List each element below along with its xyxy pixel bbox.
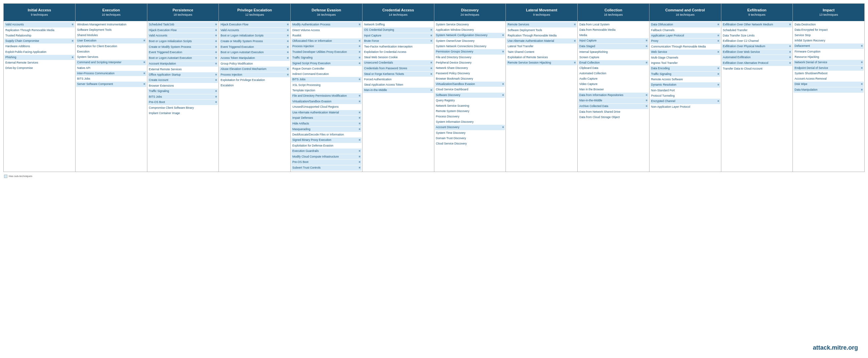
technique-item[interactable]: Implant Container Image <box>148 111 218 116</box>
technique-item[interactable]: Rogue Domain Controller <box>291 66 362 71</box>
technique-item[interactable]: Account Access Removal <box>794 76 864 81</box>
technique-item[interactable]: Boot or Logon Initialization Scripts≡ <box>148 39 218 44</box>
technique-item[interactable]: Windows Management Instrumentation <box>76 22 146 27</box>
technique-item[interactable]: Event Triggered Execution≡ <box>148 50 218 55</box>
technique-item[interactable]: User Execution≡ <box>76 38 146 44</box>
technique-item[interactable]: Pre-OS Boot≡ <box>148 100 218 105</box>
technique-item[interactable]: Protocol Tunneling <box>650 93 720 99</box>
technique-item[interactable]: Account Discovery≡ <box>435 125 505 130</box>
technique-item[interactable]: Peripheral Device Discovery <box>435 60 505 65</box>
technique-item[interactable]: Data from Cloud Storage Object <box>578 115 649 120</box>
technique-item[interactable]: Exfiltration Over Web Service≡ <box>722 50 792 55</box>
technique-item[interactable]: Clipboard Data <box>578 65 649 71</box>
technique-item[interactable]: Cloud Service Discovery <box>435 141 505 146</box>
technique-item[interactable]: Boot or Logon Autostart Execution≡ <box>148 56 218 61</box>
technique-item[interactable]: Execution <box>76 49 146 54</box>
technique-item[interactable]: Exfiltration Over Physical Medium≡ <box>722 44 792 49</box>
technique-item[interactable]: Execution Guardrails≡ <box>291 148 362 154</box>
technique-item[interactable]: Hijack Execution Flow≡ <box>219 22 290 27</box>
technique-item[interactable]: Remote Services≡ <box>506 22 577 27</box>
technique-item[interactable]: System Information Discovery <box>435 119 505 125</box>
technique-item[interactable]: Phishing≡ <box>4 55 74 60</box>
technique-item[interactable]: Data from Network Shared Drive <box>578 109 649 114</box>
technique-item[interactable]: Communication Through Removable Media <box>650 44 720 49</box>
technique-item[interactable]: Abuse Elevation Control Mechanism≡ <box>219 66 290 72</box>
technique-item[interactable]: System Owner/User Discovery <box>435 38 505 44</box>
technique-item[interactable]: System Services <box>76 55 146 60</box>
technique-item[interactable]: Create Account≡ <box>148 78 218 83</box>
technique-item[interactable]: Indirect Command Execution <box>291 72 362 77</box>
technique-item[interactable]: System Network Connections Discovery <box>435 44 505 49</box>
technique-item[interactable]: Firmware Corruption <box>794 49 864 54</box>
technique-item[interactable]: Exfiltration Over Other Network Medium≡ <box>722 22 792 27</box>
technique-item[interactable]: BITS Jobs≡ <box>291 77 362 82</box>
technique-item[interactable]: Cloud Service Dashboard <box>435 87 505 92</box>
technique-item[interactable]: Exploitation of Remote Services <box>506 55 577 60</box>
mitre-link[interactable]: attack.mitre.org <box>813 344 858 351</box>
technique-item[interactable]: Inter-Process Communication≡ <box>76 71 146 76</box>
technique-item[interactable]: Group Policy Modification <box>219 61 290 66</box>
technique-item[interactable]: Non-Standard Port <box>650 88 720 93</box>
technique-item[interactable]: Transfer Data to Cloud Account <box>722 66 792 71</box>
technique-item[interactable]: XSL Script Processing <box>291 83 362 88</box>
technique-item[interactable]: Escalation <box>219 83 290 88</box>
technique-item[interactable]: Process Discovery <box>435 114 505 119</box>
technique-item[interactable]: Process Injection≡ <box>291 44 362 49</box>
technique-item[interactable]: Network Sniffing <box>363 22 433 27</box>
technique-item[interactable]: Man-in-the-Middle≡ <box>363 88 433 93</box>
technique-item[interactable]: Screen Capture <box>578 55 649 60</box>
technique-item[interactable]: Drive-by Compromise <box>4 65 74 71</box>
technique-item[interactable]: Application Window Discovery <box>435 27 505 32</box>
technique-item[interactable]: Data from Information Repositories≡ <box>578 93 649 98</box>
technique-item[interactable]: Automated Collection <box>578 71 649 76</box>
technique-item[interactable]: Steal Application Access Token <box>363 82 433 87</box>
technique-item[interactable]: Browser Bookmark Discovery <box>435 76 505 81</box>
technique-item[interactable]: Remote Service Session Hijacking≡ <box>506 60 577 65</box>
technique-item[interactable]: Process Injection≡ <box>219 72 290 78</box>
technique-item[interactable]: BITS Jobs≡ <box>148 94 218 100</box>
technique-item[interactable]: Masquerading≡ <box>291 127 362 132</box>
technique-item[interactable]: Data Encoding≡ <box>650 66 720 71</box>
technique-item[interactable]: Archive Collected Data≡ <box>578 104 649 109</box>
technique-item[interactable]: Fallback Channels <box>650 28 720 33</box>
technique-item[interactable]: Account Manipulation≡ <box>148 61 218 66</box>
technique-item[interactable]: Email Collection≡ <box>578 60 649 65</box>
technique-item[interactable]: Network Service Scanning <box>435 103 505 108</box>
technique-item[interactable]: Defacement≡ <box>794 44 864 49</box>
technique-item[interactable]: OS Credential Dumping≡ <box>363 27 433 33</box>
technique-item[interactable]: Template Injection <box>291 88 362 93</box>
technique-item[interactable]: Use Alternate Authentication Material≡ <box>506 38 577 44</box>
technique-item[interactable]: Lateral Tool Transfer <box>506 44 577 49</box>
technique-item[interactable]: Pre-OS Boot≡ <box>291 160 362 165</box>
technique-item[interactable]: Software Deployment Tools <box>76 27 146 32</box>
technique-item[interactable]: Boot or Logon Initialization Scripts≡ <box>219 33 290 38</box>
technique-item[interactable]: System Time Discovery <box>435 131 505 136</box>
technique-item[interactable]: Trusted Developer Utilities Proxy Execut… <box>291 50 362 55</box>
technique-item[interactable]: Create or Modify System Process≡ <box>148 45 218 50</box>
technique-item[interactable]: Remote System Discovery <box>435 109 505 114</box>
technique-item[interactable]: External Remote Services <box>148 67 218 72</box>
technique-item[interactable]: Data Destruction <box>794 22 864 27</box>
technique-item[interactable]: Audio Capture <box>578 76 649 81</box>
technique-item[interactable]: Network Share Discovery <box>435 65 505 71</box>
technique-item[interactable]: Ingress Tool Transfer <box>650 60 720 65</box>
technique-item[interactable]: Use Alternate Authentication Material≡ <box>291 110 362 115</box>
technique-item[interactable]: Modify Authentication Process≡ <box>291 22 362 27</box>
technique-item[interactable]: Obfuscated Files or Information≡ <box>291 38 362 44</box>
technique-item[interactable]: Exfiltration Over C2 Channel <box>722 38 792 44</box>
technique-item[interactable]: Exploitation for Defense Evasion <box>291 143 362 148</box>
technique-item[interactable]: Exploitation for Credential Access <box>363 50 433 55</box>
technique-item[interactable]: Query Registry <box>435 98 505 103</box>
technique-item[interactable]: Deobfuscate/Decode Files or Information <box>291 132 362 137</box>
technique-item[interactable]: Data from Removable Media <box>578 27 649 32</box>
technique-item[interactable]: Trusted Relationship <box>4 33 74 38</box>
technique-item[interactable]: Exfiltration Over Alternative Protocol≡ <box>722 60 792 66</box>
technique-item[interactable]: Virtualization/Sandbox Evasion≡ <box>435 82 505 87</box>
technique-item[interactable]: Replication Through Removable Media <box>506 33 577 38</box>
technique-item[interactable]: Password Policy Discovery <box>435 71 505 76</box>
technique-item[interactable]: Command and Scripting Interpreter≡ <box>76 60 146 65</box>
technique-item[interactable]: File and Directory Permissions Modificat… <box>291 93 362 99</box>
technique-item[interactable]: Rootkit <box>291 33 362 38</box>
technique-item[interactable]: Credentials from Password Stores≡ <box>363 66 433 71</box>
technique-item[interactable]: Automated Exfiltration≡ <box>722 55 792 60</box>
